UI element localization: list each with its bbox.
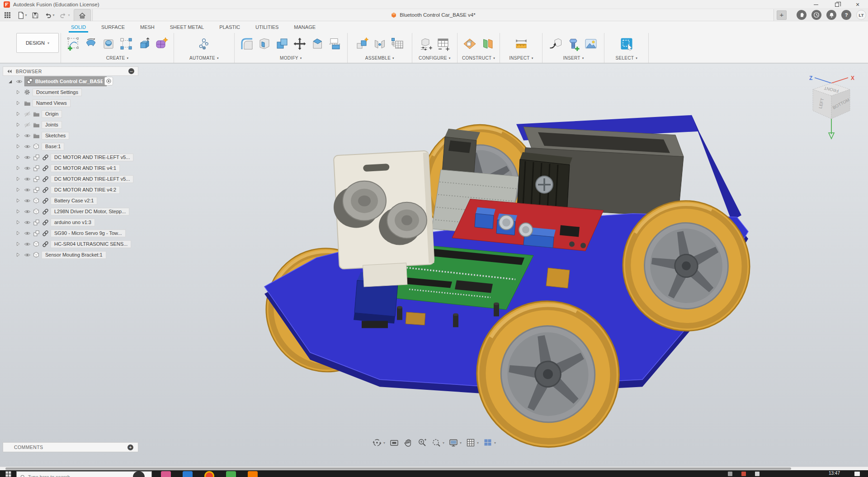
notifications-icon[interactable] — [826, 10, 836, 20]
ribbon-tab-surface[interactable]: SURFACE — [94, 23, 132, 32]
expand-arrow-icon[interactable] — [14, 197, 22, 204]
user-avatar[interactable]: LT — [856, 10, 866, 20]
tray-icon-3[interactable] — [755, 472, 760, 476]
group-label-construct[interactable]: CONSTRUCT — [462, 56, 491, 61]
expand-arrow-icon[interactable] — [14, 154, 22, 161]
visibility-eye-icon[interactable] — [24, 143, 31, 150]
close-button[interactable]: × — [847, 0, 868, 9]
visibility-eye-icon[interactable] — [24, 229, 31, 237]
job-status-icon[interactable] — [811, 10, 821, 20]
expand-arrow-icon[interactable] — [14, 132, 22, 139]
extrude-icon[interactable] — [137, 37, 151, 51]
new-document-tab-button[interactable]: + — [777, 10, 787, 20]
expand-arrow-icon[interactable] — [14, 175, 22, 182]
visibility-eye-icon[interactable] — [24, 132, 31, 139]
derive-icon[interactable] — [548, 37, 563, 51]
visibility-eye-icon[interactable] — [24, 197, 31, 204]
expand-arrow-icon[interactable] — [14, 164, 22, 172]
group-label-create[interactable]: CREATE — [106, 56, 125, 61]
tray-icon-1[interactable] — [728, 472, 732, 476]
taskbar-app-fusion[interactable] — [248, 471, 258, 477]
expand-arrow-icon[interactable] — [14, 110, 22, 117]
pan-icon[interactable] — [403, 438, 413, 448]
configuration-icon[interactable] — [419, 37, 433, 51]
tree-row-arduino-uno-v1-3[interactable]: arduino uno v1:3 — [3, 217, 138, 228]
revolve-icon[interactable] — [84, 37, 98, 51]
ribbon-tab-manage[interactable]: MANAGE — [286, 23, 323, 32]
expand-arrow-icon[interactable] — [14, 240, 22, 248]
pattern-icon[interactable] — [119, 37, 133, 51]
ribbon-tab-mesh[interactable]: MESH — [132, 23, 162, 32]
measure-icon[interactable] — [514, 37, 528, 51]
add-comment-icon[interactable]: + — [127, 444, 133, 450]
group-label-automate[interactable]: AUTOMATE — [189, 56, 215, 61]
orbit-icon[interactable]: ▾ — [372, 438, 385, 448]
redo-icon[interactable]: ▾ — [58, 10, 71, 20]
zoom-icon[interactable] — [417, 438, 427, 448]
tree-row-l298n-driver-dc-motor-stepp[interactable]: L298N Driver DC Motor, Stepp... — [3, 206, 138, 217]
ribbon-tab-solid[interactable]: SOLID — [63, 23, 94, 32]
tree-row-named-views[interactable]: Named Views — [3, 98, 138, 108]
tree-row-dc-motor-and-tire-v4-2[interactable]: DC MOTOR AND TIRE v4:2 — [3, 184, 138, 195]
expand-arrow-icon[interactable] — [14, 121, 22, 128]
new-component-icon[interactable] — [355, 37, 369, 51]
group-label-select[interactable]: SELECT — [615, 56, 634, 61]
group-label-inspect[interactable]: INSPECT — [509, 56, 529, 61]
help-icon[interactable]: ? — [841, 10, 851, 20]
notification-center-icon[interactable] — [854, 472, 860, 476]
ribbon-tab-sheet-metal[interactable]: SHEET METAL — [162, 23, 212, 32]
tree-row-sg90-micro-servo-9g-tow[interactable]: SG90 - Micro Servo 9g - Tow... — [3, 228, 138, 238]
expand-arrow-icon[interactable] — [14, 89, 22, 96]
group-label-insert[interactable]: INSERT — [563, 56, 580, 61]
ribbon-tab-plastic[interactable]: PLASTIC — [212, 23, 248, 32]
viewport-canvas[interactable]: BROWSER – Bluetooth Control Car_BASE ...… — [0, 64, 868, 467]
tree-row-dc-motor-and-tire-left-v5[interactable]: DC MOTOR AND TIRE-LEFT v5... — [3, 173, 138, 184]
group-label-configure[interactable]: CONFIGURE — [419, 56, 447, 61]
minimize-button[interactable] — [806, 0, 826, 9]
expand-arrow-icon[interactable] — [14, 186, 22, 193]
tree-row-root[interactable]: Bluetooth Control Car_BASE ... — [3, 76, 138, 87]
tree-row-base-1[interactable]: Base:1 — [3, 141, 138, 152]
split-body-icon[interactable] — [328, 37, 342, 51]
display-settings-icon[interactable]: ▾ — [448, 438, 462, 448]
shell-icon[interactable] — [257, 37, 272, 51]
workspace-selector[interactable]: DESIGN▾ — [16, 33, 59, 53]
tree-row-document-settings[interactable]: Document Settings — [3, 87, 138, 98]
group-label-assemble[interactable]: ASSEMBLE — [365, 56, 391, 61]
activate-component-radio[interactable] — [104, 77, 113, 85]
expanded-arrow-icon[interactable] — [6, 78, 14, 85]
tree-row-origin[interactable]: Origin — [3, 108, 138, 119]
collapse-all-icon[interactable]: – — [128, 68, 134, 74]
taskbar-app-4[interactable] — [226, 471, 236, 477]
canvas-icon[interactable] — [584, 37, 598, 51]
tray-icon-2[interactable] — [741, 472, 746, 476]
create-form-icon[interactable] — [154, 37, 169, 51]
visibility-eye-icon[interactable] — [24, 251, 31, 258]
taskbar-app-1[interactable] — [161, 471, 171, 477]
view-cube[interactable]: Z X FRONT LEFT BOTTOM — [803, 72, 862, 140]
draft-icon[interactable] — [310, 37, 325, 51]
taskbar-app-chrome[interactable] — [204, 471, 214, 477]
visibility-eye-icon[interactable] — [24, 164, 31, 172]
visibility-eye-icon[interactable] — [24, 186, 31, 193]
battery-holder-bracket[interactable] — [442, 129, 480, 177]
tree-row-joints[interactable]: Joints — [3, 119, 138, 130]
select-icon[interactable] — [619, 37, 634, 51]
hole-icon[interactable] — [101, 37, 116, 51]
tree-row-sketches[interactable]: Sketches — [3, 130, 138, 141]
visibility-eye-hidden-icon[interactable] — [24, 121, 31, 128]
home-button[interactable] — [74, 9, 91, 21]
horizontal-scrollbar[interactable] — [0, 467, 868, 470]
joint-icon[interactable] — [373, 37, 387, 51]
create-sketch-icon[interactable] — [66, 37, 80, 51]
taskbar-clock[interactable]: 13:47 — [829, 471, 840, 476]
expand-arrow-icon[interactable] — [14, 251, 22, 258]
tree-row-battery-case-v2-1[interactable]: Battery Case v2:1 — [3, 195, 138, 206]
restore-button[interactable] — [826, 0, 847, 9]
scrollbar-thumb[interactable] — [5, 468, 791, 470]
browser-header[interactable]: BROWSER – — [3, 66, 138, 76]
visibility-eye-icon[interactable] — [24, 219, 31, 226]
expand-arrow-icon[interactable] — [14, 99, 22, 107]
automate-icon[interactable] — [197, 37, 211, 51]
undo-icon[interactable]: ▾ — [42, 10, 56, 20]
